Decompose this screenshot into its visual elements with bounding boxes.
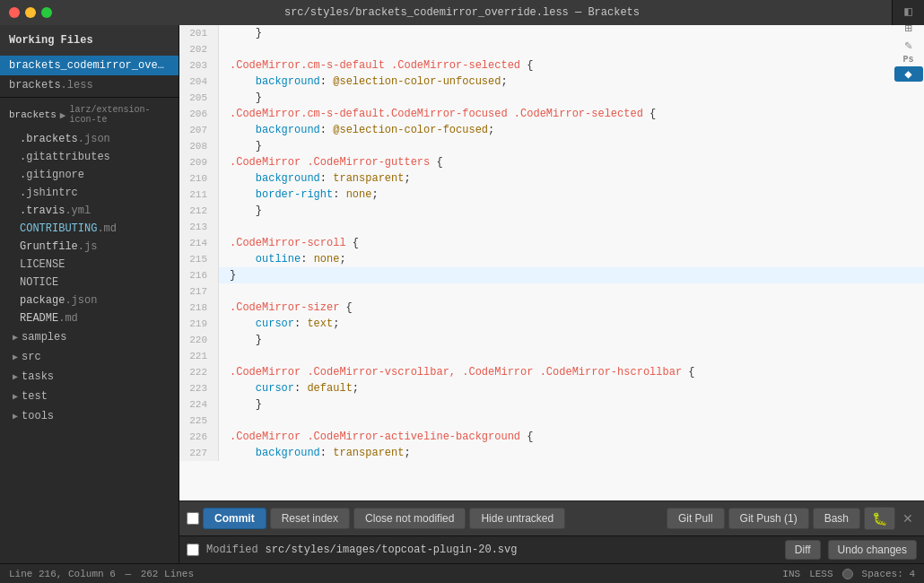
status-circle xyxy=(842,569,853,579)
line-number: 211 xyxy=(179,187,219,203)
line-number: 221 xyxy=(179,348,219,364)
status-right: INS LESS Spaces: 4 xyxy=(782,569,915,579)
line-number: 203 xyxy=(179,57,219,74)
line-number: 212 xyxy=(179,203,219,219)
code-line-216: 216} xyxy=(179,267,924,283)
file-license[interactable]: LICENSE xyxy=(0,256,179,274)
code-content: .CodeMirror.cm-s-default.CodeMirror-focu… xyxy=(219,106,656,122)
code-content: } xyxy=(219,332,262,348)
line-number: 205 xyxy=(179,90,219,106)
code-content: cursor: default; xyxy=(219,380,359,396)
bug-button[interactable]: 🐛 xyxy=(864,507,895,530)
code-content: } xyxy=(219,25,262,41)
undo-changes-button[interactable]: Undo changes xyxy=(828,540,917,560)
project-name: brackets xyxy=(9,109,57,120)
folder-samples[interactable]: ▶ samples xyxy=(0,327,179,347)
file-gitignore[interactable]: .gitignore xyxy=(0,166,179,184)
modified-file-row: Modified src/styles/images/topcoat-plugi… xyxy=(179,535,924,563)
code-line-227: 227 background: transparent; xyxy=(179,445,924,461)
code-line-226: 226.CodeMirror .CodeMirror-activeline-ba… xyxy=(179,429,924,445)
line-number: 225 xyxy=(179,413,219,429)
git-icon[interactable]: ◆ xyxy=(894,66,923,82)
folder-tools[interactable]: ▶ tools xyxy=(0,406,179,426)
code-editor[interactable]: 201 }202203.CodeMirror.cm-s-default .Cod… xyxy=(179,25,924,500)
file-brackets-json[interactable]: .brackets.json xyxy=(0,130,179,148)
file-notice[interactable]: NOTICE xyxy=(0,274,179,292)
code-content: background: @selection-color-unfocused; xyxy=(219,74,508,90)
code-content: .CodeMirror.cm-s-default .CodeMirror-sel… xyxy=(219,57,533,74)
commit-button[interactable]: Commit xyxy=(203,508,266,529)
folder-src[interactable]: ▶ src xyxy=(0,347,179,367)
git-pull-button[interactable]: Git Pull xyxy=(667,508,725,529)
title-bar: src/styles/brackets_codemirror_override.… xyxy=(0,0,924,25)
git-push-button[interactable]: Git Push (1) xyxy=(728,508,809,529)
code-line-219: 219 cursor: text; xyxy=(179,316,924,332)
pencil-icon[interactable]: ✎ xyxy=(894,38,923,53)
file-readme-md[interactable]: README.md xyxy=(0,309,179,327)
file-jshintrc[interactable]: .jshintrc xyxy=(0,184,179,202)
code-line-218: 218.CodeMirror-sizer { xyxy=(179,300,924,316)
code-line-206: 206.CodeMirror.cm-s-default.CodeMirror-f… xyxy=(179,106,924,122)
folder-tasks[interactable]: ▶ tasks xyxy=(0,367,179,387)
spaces-info[interactable]: Spaces: 4 xyxy=(862,569,915,579)
code-content: background: @selection-color-focused; xyxy=(219,122,494,138)
close-button[interactable] xyxy=(9,7,20,18)
code-line-217: 217 xyxy=(179,283,924,300)
line-number: 210 xyxy=(179,170,219,187)
code-line-212: 212 } xyxy=(179,203,924,219)
status-bar: Line 216, Column 6 — 262 Lines INS LESS … xyxy=(0,563,924,583)
select-all-checkbox[interactable] xyxy=(187,512,199,525)
line-number: 220 xyxy=(179,332,219,348)
code-line-207: 207 background: @selection-color-focused… xyxy=(179,122,924,138)
line-number: 213 xyxy=(179,219,219,235)
line-number: 202 xyxy=(179,41,219,57)
line-number: 201 xyxy=(179,25,219,41)
line-number: 214 xyxy=(179,235,219,251)
code-line-222: 222.CodeMirror .CodeMirror-vscrollbar, .… xyxy=(179,364,924,380)
file-gitattributes[interactable]: .gitattributes xyxy=(0,148,179,166)
close-git-panel-button[interactable]: ✕ xyxy=(899,511,917,526)
git-panel: Commit Reset index Close not modified Hi… xyxy=(179,500,924,563)
modified-path: src/styles/images/topcoat-plugin-20.svg xyxy=(266,544,778,556)
code-line-208: 208 } xyxy=(179,138,924,154)
file-icon[interactable]: ◧ xyxy=(894,4,923,19)
ins-mode[interactable]: INS xyxy=(782,569,800,579)
line-number: 216 xyxy=(179,267,219,283)
file-travis-yml[interactable]: .travis.yml xyxy=(0,202,179,220)
working-file-brackets-codemirror[interactable]: brackets_codemirror_override xyxy=(0,56,179,75)
folder-test[interactable]: ▶ test xyxy=(0,387,179,406)
code-content: } xyxy=(219,90,262,106)
window-title: src/styles/brackets_codemirror_override.… xyxy=(284,6,640,19)
close-not-modified-button[interactable]: Close not modified xyxy=(353,508,466,529)
line-number: 219 xyxy=(179,316,219,332)
line-number: 222 xyxy=(179,364,219,380)
code-content: outline: none; xyxy=(219,251,346,267)
code-content: background: transparent; xyxy=(219,445,411,461)
line-column-info: Line 216, Column 6 — 262 Lines xyxy=(9,569,194,579)
file-gruntfile-js[interactable]: Gruntfile.js xyxy=(0,238,179,256)
code-content: .CodeMirror-sizer { xyxy=(219,300,353,316)
file-type[interactable]: LESS xyxy=(809,569,832,579)
maximize-button[interactable] xyxy=(41,7,52,18)
diff-button[interactable]: Diff xyxy=(785,540,821,560)
hide-untracked-button[interactable]: Hide untracked xyxy=(469,508,565,529)
project-sublabel: larz/extension-icon-te xyxy=(69,105,170,125)
line-number: 218 xyxy=(179,300,219,316)
file-checkbox[interactable] xyxy=(187,544,199,556)
reset-index-button[interactable]: Reset index xyxy=(270,508,350,529)
project-header: brackets ▶ larz/extension-icon-te xyxy=(0,100,179,130)
right-panel-icons: ◧ ⊞ ✎ Ps ◆ xyxy=(892,0,924,25)
working-files-header: Working Files xyxy=(0,25,179,56)
code-line-220: 220 } xyxy=(179,332,924,348)
bash-button[interactable]: Bash xyxy=(813,508,860,529)
line-number: 226 xyxy=(179,429,219,445)
minimize-button[interactable] xyxy=(25,7,36,18)
ps-icon[interactable]: Ps xyxy=(894,55,923,65)
layers-icon[interactable]: ⊞ xyxy=(894,21,923,36)
working-file-brackets-less[interactable]: brackets.less xyxy=(0,75,179,95)
file-contributing-md[interactable]: CONTRIBUTING.md xyxy=(0,220,179,238)
line-number: 217 xyxy=(179,283,219,300)
code-line-213: 213 xyxy=(179,219,924,235)
file-package-json[interactable]: package.json xyxy=(0,292,179,309)
content-area: 201 }202203.CodeMirror.cm-s-default .Cod… xyxy=(179,25,924,563)
